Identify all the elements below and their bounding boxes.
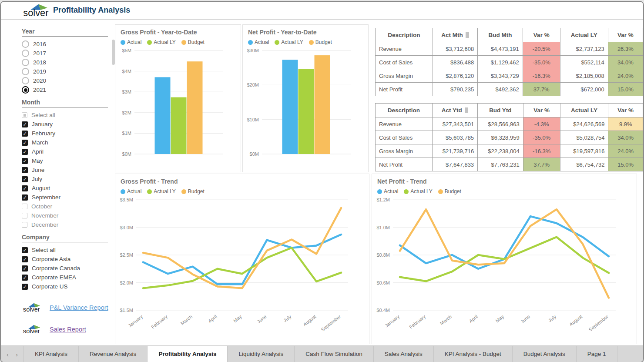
checkbox-icon[interactable]: ✓ [22,185,28,191]
month-option-july[interactable]: ✓July [22,174,114,184]
month-option-december[interactable]: December [22,220,114,229]
radio-icon[interactable] [22,50,29,57]
month-option-august[interactable]: ✓August [22,184,114,193]
tab-sales-analysis[interactable]: Sales Analysis [374,346,434,362]
checkbox-icon[interactable]: ✓ [22,256,28,262]
chart-legend: ActualActual LYBudget [243,36,368,46]
legend-label: Actual LY [154,188,175,194]
year-option-2017[interactable]: 2017 [22,49,113,58]
svg-text:August: August [302,314,317,327]
checkbox-label: January [32,121,53,127]
tab-kpi-analysis[interactable]: KPI Analysis [23,346,79,362]
legend-item-budget[interactable]: Budget [438,188,461,194]
checkbox-icon[interactable]: ✓ [22,131,28,137]
month-option-january[interactable]: ✓January [22,120,114,129]
checkbox-icon[interactable]: ✓ [22,140,28,146]
tab-revenue-analysis[interactable]: Revenue Analysis [79,346,148,362]
checkbox-label: May [32,158,43,164]
tab-liquidity-analysis[interactable]: Liquidity Analysis [228,346,295,362]
legend-item-actual-ly[interactable]: Actual LY [275,39,303,45]
legend-item-budget[interactable]: Budget [309,39,332,45]
checkbox-icon[interactable]: ✓ [22,167,28,173]
legend-dot-icon [248,40,253,45]
chart-legend: ActualActual LYBudget [372,185,637,195]
tab-kpi-analysis-budget[interactable]: KPI Analysis - Budget [434,346,513,362]
tab-cash-flow-simulation[interactable]: Cash Flow Simulation [295,346,374,362]
year-option-2016[interactable]: 2016 [22,40,113,49]
checkbox-icon[interactable]: ✓ [22,265,28,272]
legend-item-actual[interactable]: Actual [248,39,269,45]
table-scrollbar-icon[interactable] [466,32,469,38]
month-option-june[interactable]: ✓June [22,165,114,174]
year-option-2020[interactable]: 2020 [22,76,113,85]
tab-profitability-analysis[interactable]: Profitability Analysis [148,346,228,362]
legend-item-budget[interactable]: Budget [181,188,205,194]
legend-item-actual[interactable]: Actual [121,188,141,194]
checkbox-icon[interactable] [22,204,27,209]
company-option-corporate-asia[interactable]: ✓Corporate Asia [22,255,114,264]
tabs-prev-icon[interactable]: ‹ [7,351,9,358]
table-header-row: DescriptionAct MthBud MthVar %Actual LYV… [376,28,643,42]
link-p-l-variance-report[interactable]: P&L Variance Report [50,304,108,311]
checkbox-icon[interactable]: ✓ [22,158,28,164]
svg-text:April: April [468,314,479,324]
checkbox-label: Select all [32,247,56,253]
year-option-2018[interactable]: 2018 [22,58,113,67]
tabs-next-icon[interactable]: › [16,351,18,358]
month-option-april[interactable]: ✓April [22,147,114,156]
table-cell: 15.0% [608,83,643,96]
month-option-october[interactable]: October [22,202,114,211]
checkbox-icon[interactable]: ✓ [22,275,28,281]
table-cell: Gross Margin [376,144,433,158]
legend-label: Actual [384,188,398,194]
svg-text:$3.5M: $3.5M [120,197,133,202]
filter-sidebar: Year 201620172018201920202021 Month Sele… [22,23,114,359]
month-option-february[interactable]: ✓February [22,129,114,138]
month-option-november[interactable]: November [22,211,114,220]
checkbox-label: February [32,130,55,137]
month-option-march[interactable]: ✓March [22,138,114,147]
legend-item-actual[interactable]: Actual [121,39,141,45]
checkbox-icon[interactable]: ✓ [22,284,28,290]
radio-icon[interactable] [22,86,29,94]
tab-page-1[interactable]: Page 1 [577,346,617,362]
month-option-september[interactable]: ✓September [22,193,114,202]
table-monthly-variance: DescriptionAct MthBud MthVar %Actual LYV… [375,28,643,96]
radio-icon[interactable] [22,77,29,84]
year-option-2019[interactable]: 2019 [22,67,113,76]
year-option-label: 2020 [33,77,46,84]
checkbox-icon[interactable]: ✓ [22,121,28,127]
svg-text:$0.4M: $0.4M [376,308,390,313]
legend-item-actual-ly[interactable]: Actual LY [147,39,175,45]
company-option-corporate-us[interactable]: ✓Corporate US [22,282,114,291]
checkbox-icon[interactable] [22,222,27,228]
table-cell: $2,737,123 [560,42,608,56]
legend-item-actual-ly[interactable]: Actual LY [147,188,175,194]
month-option-may[interactable]: ✓May [22,156,114,165]
tab-budget-analysis[interactable]: Budget Analysis [513,346,577,362]
checkbox-icon[interactable] [22,213,27,218]
checkbox-icon[interactable]: ✓ [22,176,28,182]
legend-item-budget[interactable]: Budget [181,39,205,45]
year-scrollbar-thumb[interactable] [112,40,115,65]
column-header-var-: Var % [608,28,643,42]
checkbox-icon[interactable]: ✓ [22,194,28,201]
company-select-all[interactable]: ✓Select all [22,245,114,255]
radio-icon[interactable] [22,40,29,48]
radio-icon[interactable] [22,68,29,75]
svg-text:February: February [150,314,168,330]
year-option-2021[interactable]: 2021 [22,85,113,94]
checkbox-icon[interactable]: ✓ [22,149,28,155]
table-scrollbar-icon[interactable] [465,107,468,113]
checkbox-label: Corporate US [32,283,68,290]
checkbox-icon[interactable]: ✓ [22,247,28,253]
legend-item-actual-ly[interactable]: Actual LY [404,188,432,194]
year-list: 201620172018201920202021 [22,40,113,94]
company-option-corporate-emea[interactable]: ✓Corporate EMEA [22,273,114,282]
month-select-all[interactable]: Select all [22,111,114,120]
company-option-corporate-canada[interactable]: ✓Corporate Canada [22,264,114,273]
legend-item-actual[interactable]: Actual [377,188,398,194]
checkbox-icon[interactable] [22,112,27,118]
link-sales-report[interactable]: Sales Report [50,326,86,333]
radio-icon[interactable] [22,59,29,66]
